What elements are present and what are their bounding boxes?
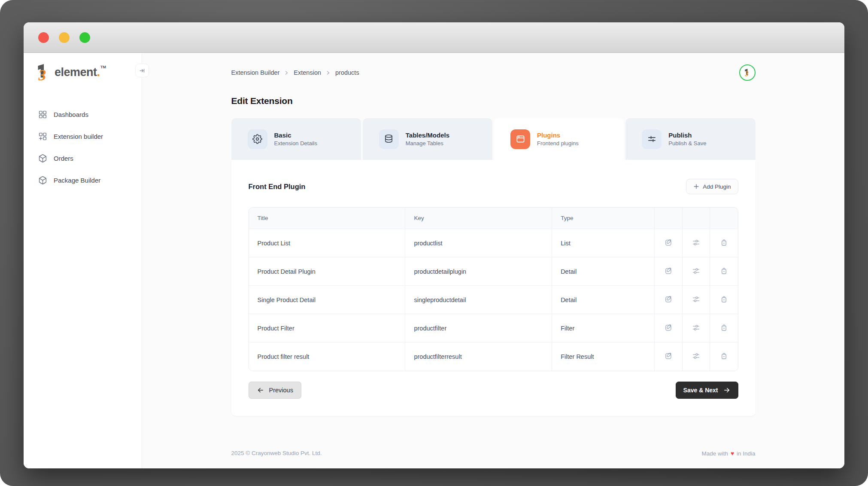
page-footer: 2025 © Crayonweb Studio Pvt. Ltd. Made w… [231,450,756,468]
column-header-key: Key [405,208,552,229]
sidebar-item-dashboards[interactable]: Dashboards [34,106,131,123]
sidebar: element. TM Dashboards [24,53,142,468]
chevron-right-icon [284,70,289,75]
sidebar-item-orders[interactable]: Orders [34,150,131,167]
add-plugin-button[interactable]: Add Plugin [686,179,738,194]
chevron-right-icon [326,70,331,75]
previous-label: Previous [269,387,293,394]
tab-title: Tables/Models [406,131,449,139]
heart-icon: ♥ [730,450,735,457]
section-title: Front End Plugin [249,183,306,191]
cell-type: Detail [552,286,655,314]
tab-title: Basic [274,131,317,139]
made-with-text: Made with [702,450,728,457]
cell-title: Product filter result [249,342,405,371]
cell-type: Filter [552,314,655,342]
grid-icon [38,110,47,119]
column-header-actions [682,208,710,229]
cell-title: Product Detail Plugin [249,257,405,286]
brand-logomark-icon [35,63,51,82]
minimize-window-button[interactable] [59,32,70,43]
table-row: Product Filter productfilter Filter [249,314,738,342]
cell-key: productdetailplugin [405,257,552,286]
edit-icon[interactable] [655,352,682,360]
plugins-table: Title Key Type [249,207,738,371]
grid-plus-icon [38,132,47,141]
breadcrumb-extension-builder[interactable]: Extension Builder [231,69,280,76]
cell-title: Product Filter [249,314,405,342]
breadcrumb: Extension Builder Extension products [231,69,359,76]
settings-icon[interactable] [683,324,710,332]
edit-icon[interactable] [655,324,682,332]
package-icon [38,154,47,163]
save-next-label: Save & Next [683,387,718,394]
table-row: Product List productlist List [249,229,738,257]
tab-title: Publish [668,131,706,139]
settings-icon[interactable] [683,295,710,303]
user-avatar[interactable] [739,64,756,81]
sidebar-item-label: Extension builder [54,133,103,140]
tab-subtitle: Extension Details [274,140,317,147]
cell-key: productfilterresult [405,342,552,371]
plugins-panel: Front End Plugin Add Plugin [231,160,756,416]
sidebar-nav: Dashboards Extension builder [34,106,131,189]
delete-icon[interactable] [710,267,737,275]
arrow-left-icon [257,386,264,394]
previous-button[interactable]: Previous [249,382,301,399]
table-row: Product filter result productfilterresul… [249,342,738,371]
sidebar-item-extension-builder[interactable]: Extension builder [34,128,131,145]
arrow-right-icon [723,386,731,394]
brand-wordmark: element [55,66,97,79]
settings-icon[interactable] [683,267,710,275]
edit-icon[interactable] [655,238,682,247]
tab-title: Plugins [537,131,579,139]
tab-tables-models[interactable]: Tables/Models Manage Tables [363,118,492,160]
plus-icon [693,183,699,190]
close-window-button[interactable] [38,32,49,43]
delete-icon[interactable] [710,352,737,360]
brand-logomark-icon [744,68,751,77]
arrow-to-bar-icon [139,67,146,74]
cell-key: singleproductdetail [405,286,552,314]
tab-basic[interactable]: Basic Extension Details [231,118,361,160]
cell-type: Detail [552,257,655,286]
sidebar-item-label: Dashboards [54,111,88,118]
delete-icon[interactable] [710,238,737,247]
sliders-icon [642,129,662,149]
breadcrumb-products[interactable]: products [335,69,359,76]
database-icon [379,129,399,149]
cell-title: Product List [249,229,405,257]
cell-type: List [552,229,655,257]
tab-publish[interactable]: Publish Publish & Save [625,118,755,160]
window-titlebar [24,22,844,53]
collapse-sidebar-button[interactable] [135,64,149,77]
tab-subtitle: Frontend plugins [537,140,579,147]
sidebar-item-package-builder[interactable]: Package Builder [34,172,131,189]
table-row: Product Detail Plugin productdetailplugi… [249,257,738,286]
table-row: Single Product Detail singleproductdetai… [249,286,738,314]
save-next-button[interactable]: Save & Next [676,382,738,399]
sidebar-item-label: Package Builder [54,177,100,184]
zoom-window-button[interactable] [79,32,90,43]
column-header-actions [710,208,738,229]
trademark-label: TM [100,65,106,69]
app-window: element. TM Dashboards [24,22,844,468]
edit-icon[interactable] [655,267,682,275]
edit-icon[interactable] [655,295,682,303]
copyright-text: 2025 © Crayonweb Studio Pvt. Ltd. [231,450,322,457]
delete-icon[interactable] [710,324,737,332]
breadcrumb-extension[interactable]: Extension [294,69,321,76]
tab-plugins[interactable]: Plugins Frontend plugins [494,118,624,160]
cell-type: Filter Result [552,342,655,371]
tab-subtitle: Manage Tables [406,140,449,147]
in-india-text: in India [737,450,756,457]
made-with-love: Made with ♥ in India [702,450,756,457]
cell-title: Single Product Detail [249,286,405,314]
brand-logo[interactable]: element. TM [34,63,131,82]
delete-icon[interactable] [710,295,737,303]
table-header-row: Title Key Type [249,208,738,229]
settings-icon[interactable] [683,352,710,360]
main-content: Extension Builder Extension products [142,53,844,468]
settings-icon[interactable] [683,238,710,247]
package-icon [38,176,47,185]
